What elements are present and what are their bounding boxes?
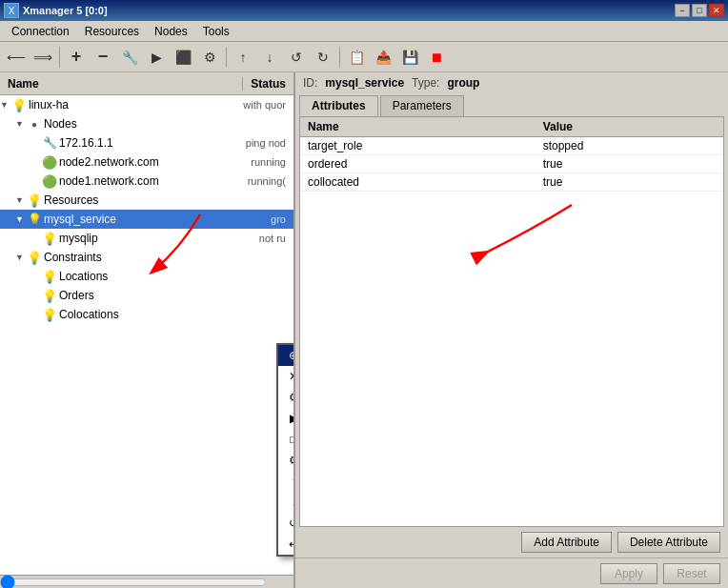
toggle-linux-ha[interactable]: ▼: [0, 100, 11, 110]
toggle-constraints[interactable]: ▼: [15, 253, 27, 262]
tree-item-constraints[interactable]: ▼ 💡 Constraints: [0, 248, 293, 267]
toolbar-exit[interactable]: ⏹: [424, 45, 449, 70]
menu-nodes[interactable]: Nodes: [147, 23, 195, 40]
toolbar-stop[interactable]: ⬛: [171, 45, 195, 70]
menu-connection[interactable]: Connection: [4, 23, 77, 40]
tree-item-resources[interactable]: ▼ 💡 Resources: [0, 191, 293, 210]
ctx-delete[interactable]: ✕ Delete: [278, 366, 293, 387]
app-icon: X: [4, 3, 19, 18]
close-button[interactable]: ✕: [709, 4, 724, 17]
type-value: group: [447, 76, 479, 90]
toolbar-play[interactable]: ▶: [144, 45, 169, 70]
attributes-table: Name Value target_role stopped ordered t…: [300, 117, 723, 192]
col-header-name: Name: [300, 117, 536, 137]
main-area: Name Status ▼ 💡 linux-ha with quor ▼ ● N…: [0, 72, 728, 588]
tree-header: Name Status: [0, 72, 293, 95]
toolbar-redo[interactable]: ↻: [311, 45, 335, 70]
tree-item-nodes[interactable]: ▼ ● Nodes: [0, 114, 293, 133]
toggle-resources[interactable]: ▼: [15, 195, 27, 205]
type-label: Type:: [412, 76, 439, 90]
tree-item-mysqlip[interactable]: 💡 mysqlip not ru: [0, 229, 293, 248]
h-scrollbar-area: [0, 575, 293, 588]
tree-item-locations[interactable]: 💡 Locations: [0, 267, 293, 286]
tab-bar: Attributes Parameters: [295, 93, 728, 116]
ctx-migrate[interactable]: ↺ Migrate Resource: [278, 513, 293, 534]
toolbar-export[interactable]: 📤: [371, 45, 395, 70]
toolbar: ⟵ ⟹ + − 🔧 ▶ ⬛ ⚙ ↑ ↓ ↺ ↻ 📋 📤 💾 ⏹: [0, 42, 728, 72]
ctx-stop-icon: □: [286, 432, 293, 447]
label-constraints: Constraints: [44, 251, 286, 264]
toolbar-refresh[interactable]: ↺: [284, 45, 309, 70]
icon-node1: 🟢: [42, 173, 57, 189]
label-ip172: 172.16.1.1: [59, 136, 246, 150]
maximize-button[interactable]: □: [692, 4, 707, 17]
ctx-move-up: ↑ Move Up: [278, 471, 293, 492]
tree-header-status: Status: [243, 77, 293, 91]
ctx-move-down-icon: ↓: [286, 495, 293, 510]
label-node2: node2.network.com: [59, 155, 251, 169]
resource-info: ID: mysql_service Type: group: [295, 72, 728, 93]
table-row[interactable]: target_role stopped: [300, 137, 723, 155]
ctx-start-icon: ▶: [286, 411, 293, 426]
reset-button[interactable]: Reset: [663, 563, 720, 584]
apply-button[interactable]: Apply: [600, 563, 657, 584]
icon-locations: 💡: [42, 269, 57, 284]
toggle-mysql-service[interactable]: ▼: [15, 214, 27, 224]
tab-attributes[interactable]: Attributes: [299, 95, 378, 116]
add-attribute-button[interactable]: Add Attribute: [521, 532, 612, 553]
ctx-default[interactable]: ⚙ Default: [278, 450, 293, 471]
ctx-clear-migrate[interactable]: ↩ Clear Migrate Constraints: [278, 534, 293, 555]
delete-attribute-button[interactable]: Delete Attribute: [617, 532, 720, 553]
ctx-cleanup-icon: ⚙: [286, 390, 293, 405]
attribute-buttons: Add Attribute Delete Attribute: [295, 527, 728, 558]
tab-parameters[interactable]: Parameters: [380, 95, 464, 116]
status-linux-ha: with quor: [243, 99, 290, 111]
menu-resources[interactable]: Resources: [77, 23, 147, 40]
status-mysqlip: not ru: [259, 233, 290, 244]
minimize-button[interactable]: −: [675, 4, 690, 17]
tree-item-colocations[interactable]: 💡 Colocations: [0, 305, 293, 324]
label-orders: Orders: [59, 289, 286, 302]
label-locations: Locations: [59, 270, 286, 283]
menu-tools[interactable]: Tools: [195, 23, 237, 40]
label-mysql-service: mysql_service: [44, 213, 271, 226]
tree-item-node2[interactable]: 🟢 node2.network.com running: [0, 152, 293, 172]
ctx-add-new-item[interactable]: ⊕ Add New Item: [278, 345, 293, 366]
table-row[interactable]: collocated true: [300, 173, 723, 192]
toolbar-save[interactable]: 💾: [397, 45, 422, 70]
toolbar-up[interactable]: ↑: [231, 45, 255, 70]
tree-item-orders[interactable]: 💡 Orders: [0, 286, 293, 305]
toolbar-wrench[interactable]: 🔧: [117, 45, 142, 70]
h-scrollbar[interactable]: [0, 577, 267, 588]
attr-value-2: true: [536, 173, 723, 192]
label-node1: node1.network.com: [59, 174, 248, 188]
ctx-cleanup[interactable]: ⚙ Cleanup Resource: [278, 387, 293, 408]
toolbar-down[interactable]: ↓: [257, 45, 282, 70]
toolbar-remove[interactable]: −: [91, 45, 115, 70]
ctx-stop[interactable]: □ Stop: [278, 429, 293, 450]
toolbar-back[interactable]: ⟵: [4, 45, 29, 70]
toolbar-clipboard[interactable]: 📋: [344, 45, 369, 70]
toggle-nodes[interactable]: ▼: [15, 119, 27, 129]
status-mysql-service: gro: [271, 213, 290, 225]
label-colocations: Colocations: [59, 308, 286, 321]
window-controls: − □ ✕: [675, 4, 724, 17]
toolbar-gear[interactable]: ⚙: [197, 45, 222, 70]
toolbar-forward[interactable]: ⟹: [30, 45, 55, 70]
toolbar-add[interactable]: +: [64, 45, 89, 70]
status-ip172: ping nod: [246, 137, 290, 149]
table-row[interactable]: ordered true: [300, 155, 723, 173]
ctx-delete-icon: ✕: [286, 369, 293, 384]
tree-item-linux-ha[interactable]: ▼ 💡 linux-ha with quor: [0, 95, 293, 114]
ctx-start[interactable]: ▶ Start: [278, 408, 293, 429]
tree-item-node1[interactable]: 🟢 node1.network.com running(: [0, 172, 293, 191]
title-bar: X Xmanager 5 [0:0] − □ ✕: [0, 0, 728, 21]
tree-item-mysql-service[interactable]: ▼ 💡 mysql_service gro: [0, 210, 293, 229]
icon-linux-ha: 💡: [11, 97, 27, 112]
ctx-clear-migrate-icon: ↩: [286, 537, 293, 552]
status-node1: running(: [248, 175, 290, 187]
menu-bar: Connection Resources Nodes Tools: [0, 21, 728, 42]
tree-item-ip172[interactable]: 🔧 172.16.1.1 ping nod: [0, 133, 293, 152]
apply-row: Apply Reset: [295, 558, 728, 588]
context-menu: ⊕ Add New Item ✕ Delete ⚙ Cleanup Resour…: [276, 343, 293, 557]
